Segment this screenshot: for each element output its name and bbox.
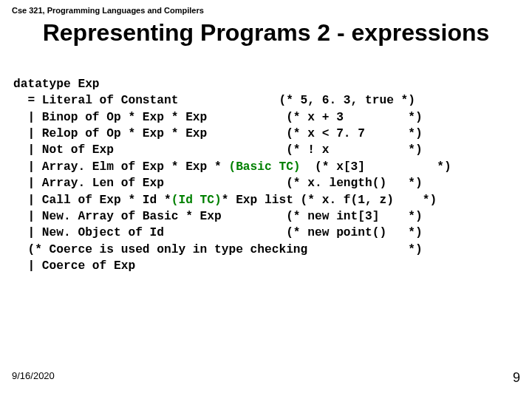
code-line: (* x[3] *) (301, 160, 451, 174)
code-line: | Not of Exp (* ! x *) (13, 143, 423, 157)
code-line: (* Coerce is used only in type checking … (13, 243, 423, 256)
code-line: | Call of Exp * Id * (13, 194, 171, 207)
slide-title: Representing Programs 2 - expressions (12, 19, 520, 47)
footer-date: 9/16/2020 (12, 370, 55, 386)
code-line: | Array. Elm of Exp * Exp * (13, 160, 228, 174)
code-line: * Exp list (* x. f(1, z) *) (222, 194, 437, 207)
code-line: | Relop of Op * Exp * Exp (* x < 7. 7 *) (13, 127, 423, 140)
code-green: (Id TC) (171, 194, 222, 207)
page-number: 9 (513, 370, 520, 386)
code-line: | Binop of Op * Exp * Exp (* x + 3 *) (13, 111, 423, 124)
course-header: Cse 321, Programming Languages and Compi… (12, 6, 520, 15)
slide: Cse 321, Programming Languages and Compi… (0, 0, 532, 399)
code-line: | Coerce of Exp (13, 259, 135, 273)
code-line: datatype Exp (13, 78, 100, 91)
code-line: | New. Array of Basic * Exp (* new int[3… (13, 210, 423, 223)
code-block: datatype Exp = Literal of Constant (* 5,… (13, 76, 520, 274)
footer: 9/16/2020 9 (12, 370, 520, 386)
code-green: (Basic TC) (228, 160, 300, 174)
code-line: | Array. Len of Exp (* x. length() *) (13, 177, 423, 190)
code-line: = Literal of Constant (* 5, 6. 3, true *… (13, 94, 415, 107)
code-line: | New. Object of Id (* new point() *) (13, 226, 423, 239)
